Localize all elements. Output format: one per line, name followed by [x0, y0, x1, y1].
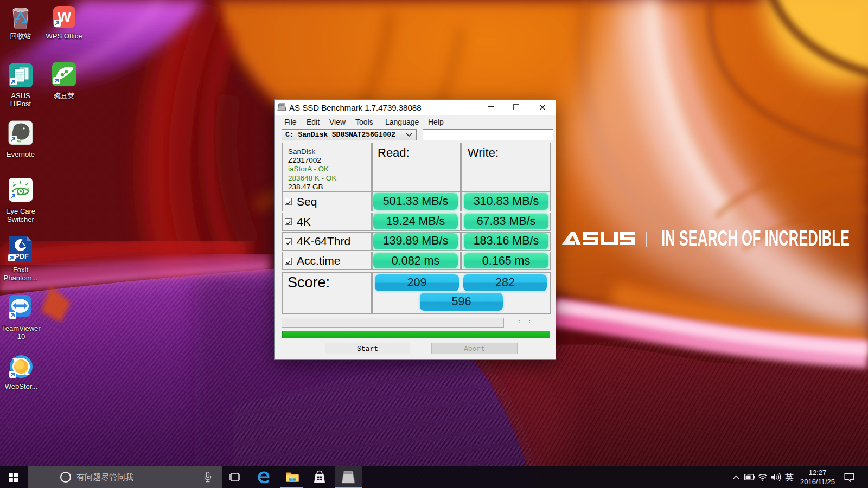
svg-text:PDF: PDF	[15, 252, 29, 260]
